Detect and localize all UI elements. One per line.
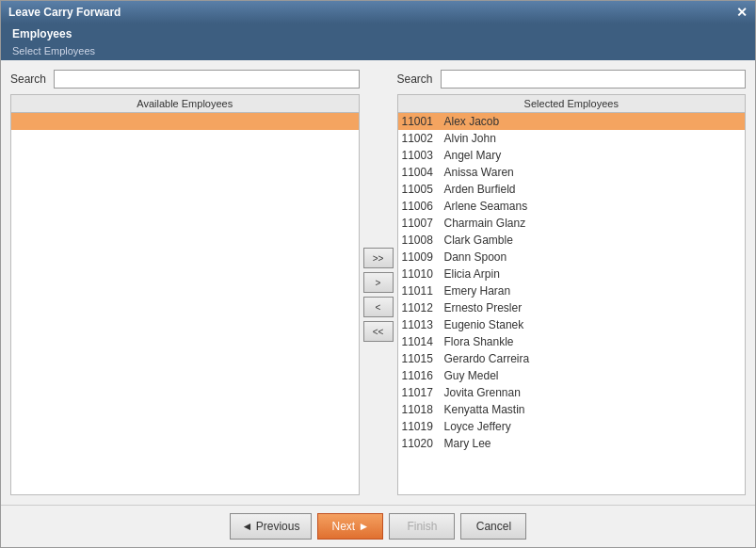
next-button[interactable]: Next ► [317, 513, 383, 540]
right-search-area: Search [397, 70, 747, 89]
list-item[interactable]: 11007Charmain Glanz [398, 215, 746, 232]
left-search-area: Search [10, 70, 360, 89]
selected-employees-list[interactable]: 11001Alex Jacob11002Alvin John11003Angel… [397, 112, 747, 495]
right-panel: Selected Employees 11001Alex Jacob11002A… [397, 94, 747, 495]
transfer-area: Available Employees >> > < << Selected [10, 94, 746, 495]
transfer-right-button[interactable]: > [363, 272, 394, 293]
available-employees-header: Available Employees [10, 94, 360, 112]
content-area: Search Search Available Employees [1, 60, 755, 505]
selected-employees-header: Selected Employees [397, 94, 747, 112]
transfer-all-right-button[interactable]: >> [363, 248, 394, 268]
list-item[interactable]: 11020Mary Lee [398, 435, 746, 452]
transfer-left-button[interactable]: < [363, 297, 394, 317]
dialog-title: Leave Carry Forward [8, 6, 121, 19]
list-item[interactable]: 11008Clark Gamble [398, 232, 746, 249]
leave-carry-forward-dialog: Leave Carry Forward ✕ Employees Select E… [0, 0, 756, 548]
previous-button[interactable]: ◄ Previous [230, 513, 313, 540]
close-button[interactable]: ✕ [736, 6, 748, 19]
list-item[interactable]: 11005Arden Burfield [398, 181, 746, 198]
transfer-buttons: >> > < << [360, 94, 397, 495]
list-item[interactable]: 11009Dann Spoon [398, 249, 746, 266]
list-item[interactable] [11, 113, 359, 130]
finish-label: Finish [407, 520, 437, 533]
section-subheader: Select Employees [1, 44, 755, 60]
finish-button[interactable]: Finish [389, 513, 455, 540]
list-item[interactable]: 11003Angel Mary [398, 147, 746, 164]
search-spacer [360, 70, 397, 89]
list-item[interactable]: 11018Kenyatta Mastin [398, 401, 746, 418]
right-search-label: Search [397, 73, 435, 86]
list-item[interactable]: 11012Ernesto Presler [398, 299, 746, 316]
list-item[interactable]: 11015Gerardo Carreira [398, 350, 746, 367]
list-item[interactable]: 11016Guy Medel [398, 367, 746, 384]
previous-label: ◄ Previous [242, 520, 300, 533]
cancel-label: Cancel [476, 520, 511, 533]
search-row: Search Search [10, 70, 746, 89]
title-bar: Leave Carry Forward ✕ [1, 1, 755, 24]
list-item[interactable]: 11013Eugenio Stanek [398, 316, 746, 333]
transfer-all-left-button[interactable]: << [363, 321, 394, 342]
list-item[interactable]: 11001Alex Jacob [398, 113, 746, 130]
section-header: Employees [1, 24, 755, 44]
list-item[interactable]: 11011Emery Haran [398, 282, 746, 299]
right-search-input[interactable] [441, 70, 747, 89]
footer: ◄ Previous Next ► Finish Cancel [1, 505, 755, 547]
list-item[interactable]: 11006Arlene Seamans [398, 198, 746, 215]
available-employees-list[interactable] [10, 112, 360, 495]
list-item[interactable]: 11014Flora Shankle [398, 333, 746, 350]
left-search-input[interactable] [54, 70, 360, 89]
list-item[interactable]: 11010Elicia Arpin [398, 266, 746, 282]
list-item[interactable]: 11004Anissa Waren [398, 164, 746, 181]
list-item[interactable]: 11019Loyce Jeffery [398, 418, 746, 435]
list-item[interactable]: 11017Jovita Grennan [398, 384, 746, 401]
list-item[interactable]: 11002Alvin John [398, 130, 746, 147]
left-panel: Available Employees [10, 94, 360, 495]
left-search-label: Search [10, 73, 48, 86]
cancel-button[interactable]: Cancel [460, 513, 526, 540]
next-label: Next ► [332, 520, 370, 533]
